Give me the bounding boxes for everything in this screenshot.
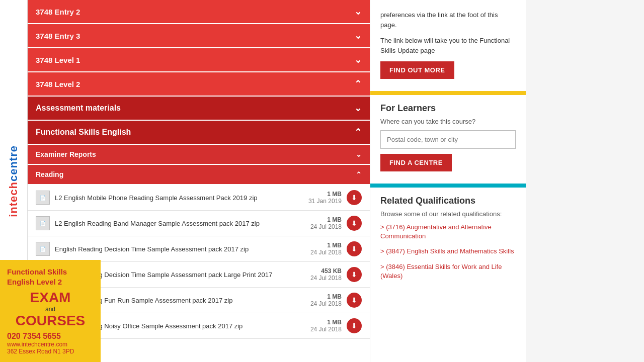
accordion-level1[interactable]: 3748 Level 1 ⌄: [28, 48, 370, 71]
file-date: 24 Jul 2018: [301, 300, 342, 307]
accordion-examiner[interactable]: Examiner Reports ⌄: [28, 145, 370, 164]
ad-website[interactable]: www.intechcentre.com: [7, 341, 94, 348]
download-button[interactable]: [347, 190, 362, 205]
accordion-level1-header[interactable]: 3748 Level 1 ⌄: [28, 48, 370, 71]
accordion-entry2[interactable]: 3748 Entry 2 ⌄: [28, 0, 370, 23]
find-centre-button[interactable]: FIND A CENTRE: [380, 154, 452, 171]
ad-exam-label: EXAM: [7, 290, 94, 306]
file-meta: 1 MB 24 Jul 2018: [301, 216, 342, 230]
download-button[interactable]: [347, 293, 362, 308]
file-date: 31 Jan 2019: [301, 198, 342, 205]
chevron-up-icon: ⌃: [354, 127, 362, 138]
file-name: L2 English Mobile Phone Reading Sample A…: [55, 194, 296, 202]
file-icon: 📄: [36, 216, 50, 230]
file-date: 24 Jul 2018: [301, 249, 342, 256]
accordion-english-header[interactable]: Functional Skills English ⌃: [28, 121, 370, 144]
related-link-2[interactable]: > (3847) English Skills and Mathematics …: [380, 247, 516, 256]
download-button[interactable]: [347, 267, 362, 282]
for-learners-subtitle: Where can you take this course?: [380, 118, 516, 125]
file-size: 453 KB: [301, 267, 342, 275]
accordion-reading-label: Reading: [36, 170, 63, 178]
download-button[interactable]: [347, 216, 362, 231]
chevron-down-icon: ⌄: [354, 54, 362, 65]
related-link-1[interactable]: > (3716) Augmentative and Alternative Co…: [380, 223, 516, 241]
download-button[interactable]: [347, 241, 362, 256]
ad-course-title: Functional SkillsEnglish Level 2: [7, 267, 94, 287]
file-size: 1 MB: [301, 216, 342, 223]
file-meta: 1 MB 24 Jul 2018: [301, 319, 342, 333]
accordion-entry3-header[interactable]: 3748 Entry 3 ⌄: [28, 24, 370, 47]
accordion-assessment-header[interactable]: Assessment materials ⌄: [28, 97, 370, 120]
chevron-up-icon: ⌃: [354, 78, 362, 89]
file-name: English Reading Decision Time Sample Ass…: [55, 245, 296, 253]
accordion-entry2-label: 3748 Entry 2: [36, 8, 80, 16]
file-meta: 1 MB 24 Jul 2018: [301, 293, 342, 307]
file-size: 1 MB: [301, 242, 342, 249]
file-size: 1 MB: [301, 319, 342, 326]
brand-text: intechcentre: [7, 145, 20, 217]
chevron-up-icon: ⌃: [356, 170, 362, 178]
list-item: 📄 L2 English Mobile Phone Reading Sample…: [28, 185, 370, 211]
file-size: 1 MB: [301, 293, 342, 300]
intro-text-2: The link below will take you to the Func…: [380, 36, 516, 55]
accordion-level2[interactable]: 3748 Level 2 ⌃: [28, 72, 370, 96]
accordion-reading[interactable]: Reading ⌃: [28, 165, 370, 184]
for-learners-title: For Learners: [380, 103, 516, 114]
accordion-entry2-header[interactable]: 3748 Entry 2 ⌄: [28, 0, 370, 23]
yellow-divider: [370, 91, 526, 95]
accordion-reading-header[interactable]: Reading ⌃: [28, 165, 370, 184]
download-button[interactable]: [347, 318, 362, 333]
ad-phone[interactable]: 020 7354 5655: [7, 332, 94, 341]
accordion-level2-label: 3748 Level 2: [36, 80, 80, 88]
ad-courses-label: COURSES: [7, 313, 94, 329]
file-meta: 453 KB 24 Jul 2018: [301, 267, 342, 282]
accordion-assessment[interactable]: Assessment materials ⌄: [28, 97, 370, 120]
intro-text-1: preferences via the link at the foot of …: [380, 10, 516, 30]
ad-overlay: Functional SkillsEnglish Level 2 EXAM an…: [0, 260, 101, 362]
accordion-examiner-label: Examiner Reports: [36, 150, 96, 158]
chevron-down-icon: ⌄: [354, 30, 362, 41]
file-size: 1 MB: [301, 191, 342, 198]
related-link-3[interactable]: > (3846) Essential Skills for Work and L…: [380, 262, 516, 281]
ad-and-label: and: [7, 306, 94, 313]
postcode-input[interactable]: [380, 130, 516, 149]
file-date: 24 Jul 2018: [301, 275, 342, 282]
accordion-entry3[interactable]: 3748 Entry 3 ⌄: [28, 24, 370, 47]
file-name: L2 English Reading Band Manager Sample A…: [55, 220, 296, 227]
find-out-more-button[interactable]: FIND OUT MORE: [380, 61, 454, 79]
file-icon: 📄: [36, 242, 50, 256]
accordion-entry3-label: 3748 Entry 3: [36, 32, 80, 40]
chevron-down-icon: ⌄: [354, 6, 362, 17]
file-icon: 📄: [36, 191, 50, 205]
chevron-down-icon: ⌄: [356, 150, 362, 158]
accordion-assessment-label: Assessment materials: [36, 104, 121, 113]
accordion-examiner-header[interactable]: Examiner Reports ⌄: [28, 145, 370, 164]
teal-divider: [370, 184, 526, 188]
list-item: 📄 English Reading Decision Time Sample A…: [28, 236, 370, 262]
accordion-english[interactable]: Functional Skills English ⌃: [28, 121, 370, 144]
file-meta: 1 MB 24 Jul 2018: [301, 242, 342, 256]
accordion-level1-label: 3748 Level 1: [36, 56, 80, 64]
file-meta: 1 MB 31 Jan 2019: [301, 191, 342, 205]
chevron-down-icon: ⌄: [354, 103, 362, 114]
list-item: 📄 L2 English Reading Band Manager Sample…: [28, 211, 370, 236]
file-date: 24 Jul 2018: [301, 326, 342, 333]
ad-address: 362 Essex Road N1 3PD: [7, 348, 94, 355]
accordion-level2-header[interactable]: 3748 Level 2 ⌃: [28, 72, 370, 96]
file-date: 24 Jul 2018: [301, 223, 342, 230]
related-qualifications-subtitle: Browse some of our related qualification…: [380, 210, 516, 218]
right-panel: preferences via the link at the foot of …: [370, 0, 526, 362]
related-qualifications-title: Related Qualifications: [380, 196, 516, 206]
accordion-english-label: Functional Skills English: [36, 128, 131, 137]
